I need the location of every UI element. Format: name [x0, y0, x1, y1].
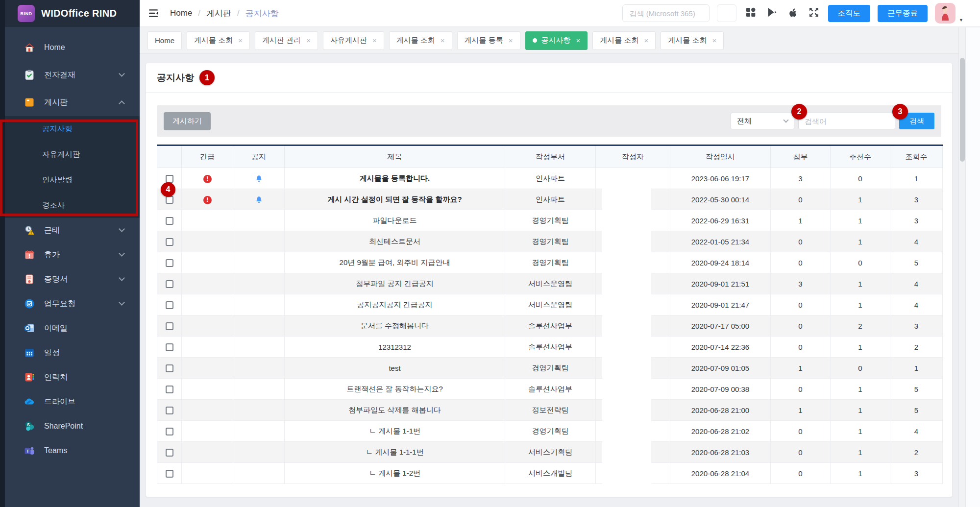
table-row[interactable]: !게시물을 등록합니다.인사파트2023-06-06 19:17301 — [157, 168, 943, 189]
publish-button[interactable]: 게시하기 — [164, 112, 211, 130]
row-checkbox[interactable] — [166, 428, 173, 435]
row-checkbox[interactable] — [166, 280, 173, 288]
table-row[interactable]: ㄴ 게시물 1-2번서비스개발팀2020-06-28 21:04013 — [157, 463, 943, 484]
close-icon[interactable]: × — [712, 36, 716, 45]
row-checkbox[interactable] — [166, 449, 173, 457]
post-view-count: 4 — [890, 421, 943, 442]
table-row[interactable]: 문서를 수정해봅니다솔루션사업부2020-07-17 05:00023 — [157, 315, 943, 337]
table-row[interactable]: 트랜잭션은 잘 동작하는지요?솔루션사업부2020-07-09 00:38015 — [157, 379, 943, 400]
post-title[interactable]: 문서를 수정해봅니다 — [285, 315, 505, 337]
urgent-icon: ! — [203, 175, 212, 183]
post-title[interactable]: 게시 시간 설정이 되면 잘 동작을 할까요? — [285, 189, 505, 210]
post-dept: 정보전략팀 — [505, 400, 596, 421]
post-title[interactable]: 20년 9월분 급여, 외주비 지급안내 — [285, 252, 505, 273]
row-checkbox[interactable] — [166, 343, 173, 351]
row-checkbox[interactable] — [166, 238, 173, 246]
tab[interactable]: 게시판 관리× — [255, 31, 318, 50]
apps-grid-button[interactable] — [744, 6, 758, 20]
table-row[interactable]: test경영기획팀2020-07-09 01:05101 — [157, 358, 943, 379]
sidebar-item[interactable]: 드라이브 — [5, 389, 140, 414]
sidebar-item[interactable]: SSharePoint — [5, 414, 140, 438]
urgent-cell — [182, 337, 233, 358]
tab[interactable]: Home — [147, 31, 182, 50]
close-icon[interactable]: × — [509, 36, 513, 45]
global-search-input[interactable] — [622, 4, 710, 22]
table-row[interactable]: 파일다운로드경영기획팀2022-06-29 16:31113 — [157, 210, 943, 231]
row-checkbox[interactable] — [166, 364, 173, 372]
sidebar-item[interactable]: 휴가 — [5, 242, 140, 267]
row-checkbox[interactable] — [166, 196, 173, 204]
post-title[interactable]: ㄴ 게시물 1-1-1번 — [285, 442, 505, 463]
post-title[interactable]: 12312312 — [285, 337, 505, 358]
user-avatar[interactable] — [935, 3, 956, 24]
table-row[interactable]: 첨부파일도 삭제를 해봅니다정보전략팀2020-06-28 21:00115 — [157, 400, 943, 421]
table-row[interactable]: 최신테스트문서경영기획팀2022-01-05 21:34014 — [157, 231, 943, 252]
tab[interactable]: 게시물 조회× — [661, 31, 724, 50]
table-row[interactable]: 첨부파일 공지 긴급공지서비스운영팀2020-09-01 21:51314 — [157, 273, 943, 294]
keyword-input[interactable] — [798, 113, 895, 129]
post-title[interactable]: 첨부파일 공지 긴급공지 — [285, 273, 505, 294]
post-title[interactable]: ㄴ 게시물 1-1번 — [285, 421, 505, 442]
post-title[interactable]: ㄴ 게시물 1-2번 — [285, 463, 505, 484]
close-icon[interactable]: × — [306, 36, 311, 45]
breadcrumb-home[interactable]: Home — [170, 8, 192, 18]
fullscreen-button[interactable] — [807, 6, 821, 20]
close-icon[interactable]: × — [441, 36, 445, 45]
post-title[interactable]: 게시물을 등록합니다. — [285, 168, 505, 189]
post-title[interactable]: 첨부파일도 삭제를 해봅니다 — [285, 400, 505, 421]
sidebar-toggle-button[interactable] — [147, 6, 161, 20]
apple-button[interactable] — [786, 6, 800, 20]
tab[interactable]: 자유게시판× — [323, 31, 384, 50]
post-title[interactable]: 공지공지공지 긴급공지 — [285, 294, 505, 315]
sidebar-item[interactable]: 일정 — [5, 340, 140, 365]
row-checkbox[interactable] — [166, 470, 173, 478]
table-row[interactable]: ㄴ 게시물 1-1번경영기획팀2020-06-28 21:02014 — [157, 421, 943, 442]
row-checkbox[interactable] — [166, 386, 173, 393]
sidebar-item[interactable]: 전자결재 — [5, 61, 140, 89]
table-row[interactable]: !게시 시간 설정이 되면 잘 동작을 할까요?인사파트2022-05-30 0… — [157, 189, 943, 210]
sidebar-item-label: 일정 — [44, 348, 124, 358]
sidebar-item[interactable]: 업무요청 — [5, 291, 140, 316]
profile-menu-caret[interactable]: ▼ — [959, 18, 963, 24]
google-play-button[interactable] — [765, 6, 779, 20]
post-title[interactable]: 최신테스트문서 — [285, 231, 505, 252]
sidebar-item[interactable]: 증명서 — [5, 267, 140, 291]
row-checkbox[interactable] — [166, 322, 173, 330]
post-title[interactable]: test — [285, 358, 505, 379]
table-row[interactable]: 공지공지공지 긴급공지서비스운영팀2020-09-01 21:47014 — [157, 294, 943, 315]
table-row[interactable]: 20년 9월분 급여, 외주비 지급안내경영기획팀2020-09-24 18:1… — [157, 252, 943, 273]
row-checkbox[interactable] — [166, 259, 173, 267]
post-title[interactable]: 파일다운로드 — [285, 210, 505, 231]
close-icon[interactable]: × — [576, 36, 581, 45]
sidebar-item[interactable]: Home — [5, 34, 140, 61]
org-chart-button[interactable]: 조직도 — [828, 5, 871, 22]
tab-label: 게시물 조회 — [668, 36, 707, 45]
work-end-button[interactable]: 근무종료 — [878, 5, 928, 22]
sidebar-item[interactable]: 이메일 — [5, 316, 140, 340]
tab[interactable]: 게시물 조회× — [389, 31, 452, 50]
filter-select[interactable]: 전체 — [731, 113, 794, 129]
sidebar-item[interactable]: 게시판 — [5, 89, 140, 116]
breadcrumb-board[interactable]: 게시판 — [206, 8, 231, 19]
scrollbar-thumb[interactable] — [960, 58, 965, 162]
close-icon[interactable]: × — [644, 36, 648, 45]
page-scrollbar[interactable] — [959, 27, 966, 507]
search-button[interactable] — [717, 4, 736, 22]
post-title[interactable]: 트랜잭션은 잘 동작하는지요? — [285, 379, 505, 400]
app-logo[interactable]: RIND WIDOffice RIND — [5, 0, 140, 27]
tab-active[interactable]: 공지사항× — [525, 31, 588, 50]
row-checkbox[interactable] — [166, 175, 173, 183]
tab[interactable]: 게시물 조회× — [592, 31, 656, 50]
close-icon[interactable]: × — [238, 36, 243, 45]
sidebar-item[interactable]: TTeams — [5, 438, 140, 463]
sidebar-item[interactable]: 연락처 — [5, 365, 140, 389]
table-row[interactable]: ㄴ 게시물 1-1-1번서비스기획팀2020-06-28 21:03012 — [157, 442, 943, 463]
close-icon[interactable]: × — [372, 36, 377, 45]
sidebar-item[interactable]: 근태 — [5, 218, 140, 242]
table-row[interactable]: 12312312솔루션사업부2020-07-14 22:36012 — [157, 337, 943, 358]
tab[interactable]: 게시물 등록× — [457, 31, 520, 50]
row-checkbox[interactable] — [166, 301, 173, 309]
tab[interactable]: 게시물 조회× — [187, 31, 250, 50]
row-checkbox[interactable] — [166, 407, 173, 414]
row-checkbox[interactable] — [166, 217, 173, 225]
